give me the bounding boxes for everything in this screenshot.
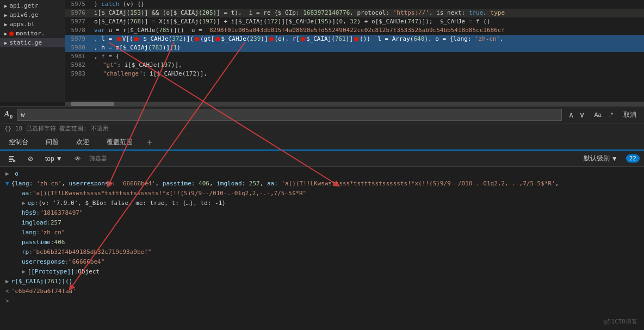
svg-rect-0 xyxy=(9,156,14,157)
no-entry-button[interactable]: ⊘ xyxy=(24,153,37,164)
prop-key: [[Prototype]] xyxy=(28,267,75,277)
sidebar-item-monitor[interactable]: ▶ monitor. xyxy=(0,29,65,38)
list-item[interactable]: ▶ [[Prototype]] : Object xyxy=(4,267,640,277)
code-text: } catch (v) {} xyxy=(90,0,145,9)
code-text: "challenge": i[$_CAHJe(172)], xyxy=(90,70,207,78)
breakpoint-dot xyxy=(9,32,14,36)
code-line-5978: 5978 var u = r[$_CAHJe(785)]() u = "8298… xyxy=(65,26,644,35)
tab-console[interactable]: 控制台 xyxy=(0,134,37,151)
prop-value: "a()(T!!LKwswstssss*tstttsstsssssts!*x(!… xyxy=(33,189,306,198)
prop-value: "zh-cn" xyxy=(40,228,65,238)
scrollbar-thumb[interactable] xyxy=(71,102,114,106)
console-prompt-line[interactable]: > xyxy=(4,296,640,306)
console-output[interactable]: ▶ o ▼ {lang: 'zh-cn', userresponse: '666… xyxy=(0,167,644,330)
line-number: 5981 xyxy=(65,52,90,61)
console-value: r[$_CAIAj(761)]() xyxy=(11,277,73,287)
prop-value: 257 xyxy=(51,218,61,228)
list-item: lang : "zh-cn" xyxy=(4,228,640,238)
prop-key: imgload xyxy=(22,218,47,228)
prompt-symbol: > xyxy=(5,296,9,306)
level-filter-button[interactable]: 默认级别 ▼ xyxy=(580,152,622,165)
expand-arrow[interactable]: ▶ xyxy=(22,267,26,277)
status-text: {} 18 已选择字符 覆盖范围: 不适用 xyxy=(4,124,109,133)
prop-key: aa xyxy=(22,189,29,198)
svg-rect-3 xyxy=(9,161,12,162)
watermark: @51CTO博客 xyxy=(604,317,637,326)
file-sidebar: ▶ api.getr ▶ apiv6.ge ▶ apps.bl ▶ monito… xyxy=(0,0,65,102)
filter-top-button[interactable]: top ▼ xyxy=(41,153,66,164)
sidebar-item-static[interactable]: ▶ static.ge xyxy=(0,38,65,47)
triangle-icon: ▶ xyxy=(4,13,7,18)
prop-key: userresponse xyxy=(22,257,65,267)
code-line-5983: 5983 "challenge": i[$_CAHJe(172)], xyxy=(65,70,644,78)
match-case-button[interactable]: Aa xyxy=(591,110,604,119)
bottom-panel: 控制台 问题 欢迎 覆盖范围 + ⊘ top ▼ xyxy=(0,134,644,330)
line-number: 5975 xyxy=(65,0,90,9)
tab-coverage[interactable]: 覆盖范围 xyxy=(98,134,141,151)
output-arrow: < xyxy=(5,287,9,296)
code-line-5976: 5976 i[$_CAIAj(153)] && (o[$_CAIAj(205)]… xyxy=(65,9,644,17)
code-text: , l = V[( $_CAHJe(372)]((gt[$_CAHJe(239)… xyxy=(90,35,504,43)
console-value: 'c6b4d72ba6f74faa' xyxy=(11,287,76,296)
expand-arrow[interactable]: ▶ xyxy=(5,169,9,179)
code-text: var u = r[$_CAHJe(785)]() u = "8298f01c0… xyxy=(90,26,505,35)
clear-icon xyxy=(8,155,16,163)
console-value: o xyxy=(15,169,18,179)
prop-value: "bcb6b32f4b49185db32c719c93a9bef" xyxy=(33,247,152,257)
search-next-button[interactable]: ∨ xyxy=(577,109,587,120)
list-item: userresponse : "66666be4" xyxy=(4,257,640,267)
list-item[interactable]: ▼ {lang: 'zh-cn', userresponse: '66666be… xyxy=(4,179,640,189)
search-options: Aa .* xyxy=(591,110,616,119)
sidebar-item-apps[interactable]: ▶ apps.bl xyxy=(0,20,65,29)
code-editor: 5975 } catch (v) {} 5976 i[$_CAIAj(153)]… xyxy=(65,0,644,102)
file-name: api.getr xyxy=(9,2,38,9)
filter-label: 筛选器 xyxy=(89,154,107,163)
tab-welcome[interactable]: 欢迎 xyxy=(67,134,98,151)
search-cancel-button[interactable]: 取消 xyxy=(620,109,640,121)
line-number: 5979 xyxy=(65,35,90,43)
status-bar: {} 18 已选择字符 覆盖范围: 不适用 xyxy=(0,123,644,134)
code-line-5979: 5979 , l = V[( $_CAHJe(372)]((gt[$_CAHJe… xyxy=(65,35,644,43)
clear-console-button[interactable] xyxy=(4,153,20,164)
list-item: imgload : 257 xyxy=(4,218,640,228)
code-line-5980: 5980 , h = m[$_CAIAj(783)](1) xyxy=(65,43,644,52)
file-name: static.ge xyxy=(9,39,42,46)
search-prev-button[interactable]: ∧ xyxy=(566,109,576,120)
error-count-badge: 22 xyxy=(626,154,640,163)
line-number: 5977 xyxy=(65,17,90,26)
tabs-bar: 控制台 问题 欢迎 覆盖范围 + xyxy=(0,134,644,151)
prop-value: 406 xyxy=(54,238,65,247)
triangle-icon: ▶ xyxy=(4,22,7,27)
triangle-icon: ▶ xyxy=(4,31,7,36)
file-name: apiv6.ge xyxy=(9,11,38,18)
prop-key: lang xyxy=(22,228,36,238)
prop-value: {v: '7.9.0', $_BIo: false, me: true, t: … xyxy=(39,198,226,208)
prop-value: "1816378497" xyxy=(40,208,83,218)
sidebar-item-api-getr[interactable]: ▶ api.getr xyxy=(0,1,65,10)
code-line-5977: 5977 o[$_CAIAj(768)] = X(i[$_CAIAj(197)]… xyxy=(65,17,644,26)
file-name: apps.bl xyxy=(9,21,34,28)
list-item[interactable]: ▶ ep : {v: '7.9.0', $_BIo: false, me: tr… xyxy=(4,198,640,208)
code-text: , f = { xyxy=(90,52,119,61)
expand-arrow[interactable]: ▶ xyxy=(22,198,26,208)
tab-problems[interactable]: 问题 xyxy=(37,134,67,151)
regex-button[interactable]: .* xyxy=(606,110,616,119)
level-label: 默认级别 xyxy=(584,154,610,163)
prop-key: ep xyxy=(28,198,35,208)
list-item[interactable]: ▶ o xyxy=(4,169,640,179)
console-object-preview: {lang: 'zh-cn', userresponse: '66666be4'… xyxy=(11,179,559,189)
console-toolbar: ⊘ top ▼ 👁 筛选器 默认级别 ▼ 22 xyxy=(0,151,644,167)
line-number: 5978 xyxy=(65,26,90,35)
prop-key: rp xyxy=(22,247,29,257)
list-item[interactable]: ▶ r[$_CAIAj(761)]() xyxy=(4,277,640,287)
horizontal-scrollbar[interactable] xyxy=(65,102,644,106)
search-bar: AB ∧ ∨ Aa .* 取消 xyxy=(0,106,644,123)
tab-add-button[interactable]: + xyxy=(141,134,158,151)
search-input[interactable] xyxy=(17,109,562,121)
filter-top-label: top xyxy=(45,155,54,163)
expand-arrow[interactable]: ▶ xyxy=(5,277,9,287)
eye-button[interactable]: 👁 xyxy=(71,153,85,164)
list-item: h9s9 : "1816378497" xyxy=(4,208,640,218)
expand-arrow[interactable]: ▼ xyxy=(5,179,9,189)
sidebar-item-apiv6[interactable]: ▶ apiv6.ge xyxy=(0,10,65,20)
